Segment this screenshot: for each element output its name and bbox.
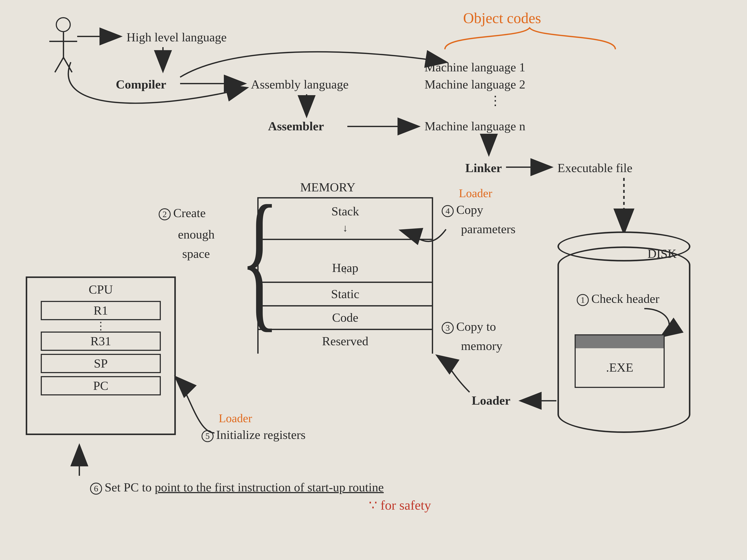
memory-brace-icon: { xyxy=(240,182,279,337)
exe-label: .EXE xyxy=(576,348,664,387)
loader-annotation-1: Loader xyxy=(459,186,492,200)
machine-language-1-label: Machine language 1 xyxy=(424,60,525,74)
cpu-reg-r31: R31 xyxy=(41,331,161,351)
linker-label: Linker xyxy=(465,161,502,175)
for-safety-annotation: ∵ for safety xyxy=(369,497,431,513)
user-head-icon xyxy=(56,17,71,32)
step-5-badge: 5 xyxy=(202,430,213,442)
step-6-text: Set PC to point to the first instruction… xyxy=(105,480,384,494)
step-6: 6Set PC to point to the first instructio… xyxy=(90,480,384,495)
step-2: 2Create xyxy=(159,206,206,220)
memory-block: Stack ↓ ↑ Heap Static Code Reserved xyxy=(257,197,433,354)
executable-file-label: Executable file xyxy=(558,161,632,175)
step-2-text-c: space xyxy=(182,246,210,261)
machine-language-vdots-icon: ⋮ xyxy=(489,98,502,104)
loader-label: Loader xyxy=(472,393,510,408)
step-5-text: Initialize registers xyxy=(216,428,306,442)
step-2-badge: 2 xyxy=(159,208,171,220)
high-level-language-label: High level language xyxy=(127,30,227,44)
step-3: 3Copy to xyxy=(442,319,496,334)
step-3-text-b: memory xyxy=(461,339,503,353)
step-3-badge: 3 xyxy=(442,322,454,334)
cpu-block: CPU R1 ⋮ R31 SP PC xyxy=(26,276,176,435)
memory-stack-label: Stack xyxy=(332,204,359,218)
memory-row-heap: ↑ Heap xyxy=(259,240,432,283)
cpu-reg-r1: R1 xyxy=(41,301,161,320)
cpu-reg-sp: SP xyxy=(41,354,161,373)
cpu-vdots-icon: ⋮ xyxy=(34,323,168,328)
step-3-text-a: Copy to xyxy=(456,320,496,334)
step-2-text-b: enough xyxy=(178,227,215,242)
cpu-title: CPU xyxy=(34,282,168,297)
compiler-label: Compiler xyxy=(116,77,166,91)
step-4-text-b: parameters xyxy=(461,222,515,236)
assembler-label: Assembler xyxy=(268,119,324,133)
cpu-reg-pc: PC xyxy=(41,376,161,395)
step-1-badge: 1 xyxy=(577,294,589,306)
step-4-text-a: Copy xyxy=(456,203,483,217)
memory-title: MEMORY xyxy=(300,180,356,194)
step-1-text: Check header xyxy=(591,292,659,305)
step-2-text-a: Create xyxy=(173,206,206,220)
assembly-language-label: Assembly language xyxy=(251,77,349,91)
user-body xyxy=(63,32,64,58)
exe-file-box: .EXE xyxy=(575,334,665,388)
memory-row-stack: Stack ↓ xyxy=(259,197,432,240)
memory-code-label: Code xyxy=(332,311,358,324)
user-arms xyxy=(49,41,77,42)
disk-title: DISK xyxy=(647,246,676,261)
memory-row-code: Code xyxy=(259,306,432,330)
object-codes-annotation: Object codes xyxy=(463,10,541,27)
step-1: 1Check header xyxy=(577,291,659,306)
step-4: 4Copy xyxy=(442,203,483,217)
step-4-badge: 4 xyxy=(442,205,454,217)
loader-annotation-2: Loader xyxy=(219,411,252,425)
memory-reserved-label: Reserved xyxy=(322,334,368,348)
step-5: 5Initialize registers xyxy=(202,428,306,442)
machine-language-n-label: Machine language n xyxy=(424,119,525,133)
machine-language-2-label: Machine language 2 xyxy=(424,77,525,91)
exe-header-icon xyxy=(576,336,664,348)
memory-row-reserved: Reserved xyxy=(259,330,432,354)
step-6-badge: 6 xyxy=(90,483,102,495)
